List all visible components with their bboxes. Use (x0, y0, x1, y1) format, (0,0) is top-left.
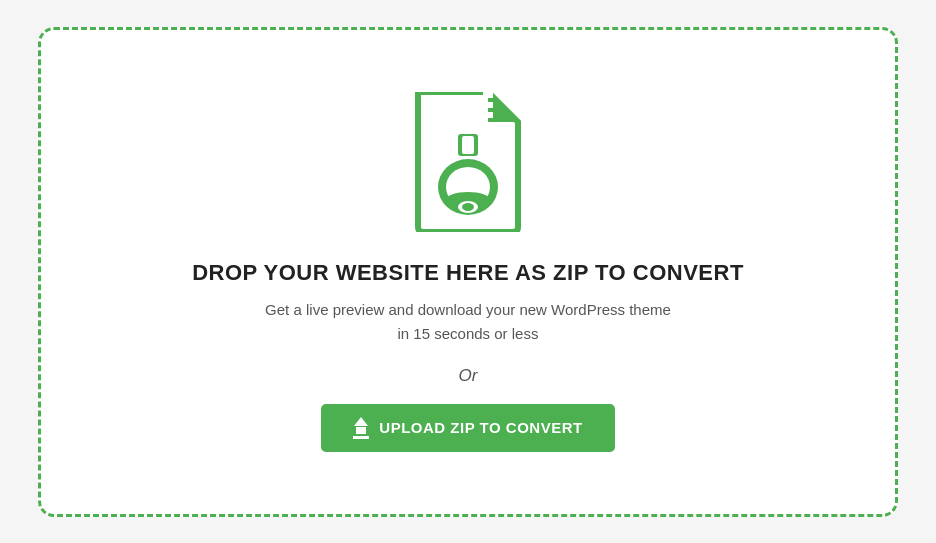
svg-rect-2 (483, 112, 493, 118)
svg-rect-0 (483, 92, 493, 98)
svg-rect-5 (462, 136, 474, 154)
subtext-line1: Get a live preview and download your new… (265, 301, 671, 318)
upload-icon (353, 417, 369, 439)
dropzone-container[interactable]: DROP YOUR WEBSITE HERE AS ZIP TO CONVERT… (38, 27, 898, 517)
zip-file-icon (408, 92, 528, 236)
or-label: Or (459, 366, 478, 386)
drop-headline: DROP YOUR WEBSITE HERE AS ZIP TO CONVERT (192, 260, 744, 286)
svg-point-9 (462, 203, 474, 211)
subtext-line2: in 15 seconds or less (398, 325, 539, 342)
drop-subtext: Get a live preview and download your new… (265, 298, 671, 346)
svg-rect-1 (483, 102, 493, 108)
upload-zip-button[interactable]: UPLOAD ZIP TO CONVERT (321, 404, 614, 452)
upload-button-label: UPLOAD ZIP TO CONVERT (379, 419, 582, 436)
